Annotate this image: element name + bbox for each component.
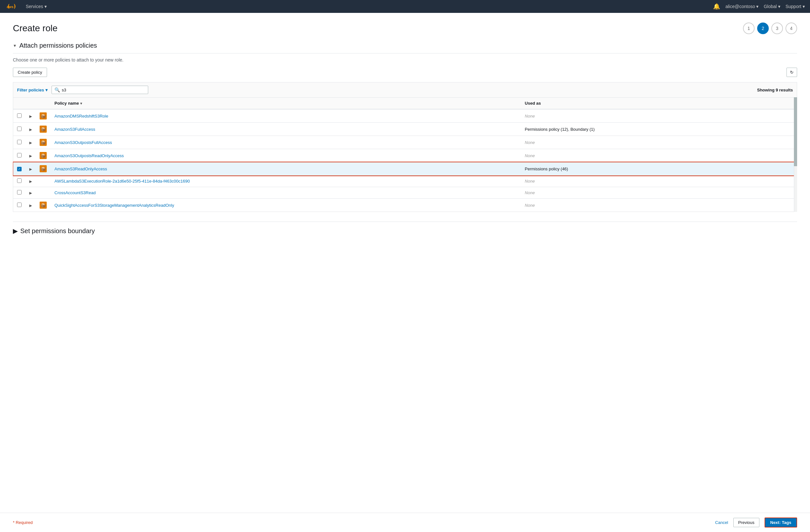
search-icon: 🔍 [54, 87, 60, 93]
policy-name-link[interactable]: AmazonS3OutpostsFullAccess [54, 140, 112, 145]
row-checkbox[interactable] [17, 153, 21, 157]
search-input[interactable] [62, 88, 145, 93]
create-policy-button[interactable]: Create policy [13, 68, 47, 77]
section1-chevron[interactable]: ▼ [13, 44, 17, 48]
expand-arrow[interactable]: ▶ [29, 154, 32, 158]
expand-arrow[interactable]: ▶ [29, 167, 32, 171]
table-row: ▶CrossAccountS3ReadNone [13, 187, 797, 199]
policy-name-link[interactable]: AWSLambdaS3ExecutionRole-2a1d6e50-25f5-4… [54, 179, 190, 184]
policy-toolbar: Filter policies ▾ 🔍 Showing 9 results [13, 82, 797, 97]
svg-text:aws: aws [7, 5, 14, 9]
used-as-none: None [521, 176, 797, 187]
set-permissions-boundary-section-header: ▶ Set permissions boundary [13, 221, 797, 239]
user-menu[interactable]: alice@contoso ▾ [725, 4, 759, 9]
expand-arrow[interactable]: ▶ [29, 179, 32, 183]
col-header-name[interactable]: Policy name ▾ [51, 98, 521, 110]
table-row: ▶📦QuickSightAccessForS3StorageManagement… [13, 199, 797, 212]
policy-icon: 📦 [39, 126, 47, 133]
used-as-value: Permissions policy (12), Boundary (1) [521, 123, 797, 136]
support-menu[interactable]: Support ▾ [785, 4, 805, 9]
search-box: 🔍 [51, 86, 148, 94]
col-header-icon [36, 98, 51, 110]
policy-table: Policy name ▾ Used as ▶📦AmazonDMSRedshif… [13, 97, 797, 212]
col-header-used: Used as [521, 98, 797, 110]
sort-arrow[interactable]: ▾ [80, 101, 82, 105]
policy-name-link[interactable]: AmazonS3ReadOnlyAccess [54, 166, 107, 171]
col-header-expand [26, 98, 36, 110]
refresh-icon: ↻ [790, 70, 794, 75]
policy-name-link[interactable]: AmazonS3OutpostsReadOnlyAccess [54, 153, 124, 158]
aws-logo[interactable]: aws [5, 2, 18, 11]
policy-icon: 📦 [39, 139, 47, 146]
notifications-bell[interactable]: 🔔 [713, 3, 720, 10]
row-checkbox[interactable] [17, 178, 21, 183]
step-1[interactable]: 1 [743, 22, 755, 34]
row-checkbox[interactable] [17, 202, 21, 207]
used-as-none: None [521, 136, 797, 149]
section1-title: Attach permissions policies [19, 42, 97, 49]
section2-chevron[interactable]: ▶ [13, 227, 18, 235]
services-menu[interactable]: Services ▾ [26, 4, 47, 9]
page-title: Create role [13, 23, 58, 33]
attach-policies-section-header: ▼ Attach permissions policies [13, 42, 797, 53]
expand-arrow[interactable]: ▶ [29, 128, 32, 131]
policy-name-link[interactable]: AmazonS3FullAccess [54, 127, 95, 132]
next-tags-button[interactable]: Next: Tags [765, 517, 797, 528]
row-checkbox-checked[interactable]: ✓ [17, 167, 21, 171]
step-4[interactable]: 4 [785, 22, 797, 34]
policy-icon: 📦 [39, 165, 47, 172]
step-2[interactable]: 2 [757, 22, 769, 34]
results-text: Showing 9 results [757, 88, 793, 93]
region-menu[interactable]: Global ▾ [764, 4, 780, 9]
required-text: * Required [13, 520, 33, 525]
policy-icon: 📦 [39, 152, 47, 159]
policy-table-wrapper: Policy name ▾ Used as ▶📦AmazonDMSRedshif… [13, 97, 797, 212]
cancel-button[interactable]: Cancel [715, 520, 728, 525]
scrollbar-track[interactable] [794, 97, 797, 212]
policy-icon: 📦 [39, 112, 47, 119]
expand-arrow[interactable]: ▶ [29, 141, 32, 145]
policy-name-link[interactable]: CrossAccountS3Read [54, 190, 96, 195]
scrollbar-thumb[interactable] [794, 97, 797, 166]
step-3[interactable]: 3 [771, 22, 783, 34]
col-header-check [13, 98, 26, 110]
used-as-none: None [521, 109, 797, 123]
refresh-button[interactable]: ↻ [787, 68, 797, 77]
table-row: ▶📦AmazonS3FullAccessPermissions policy (… [13, 123, 797, 136]
previous-button[interactable]: Previous [733, 518, 759, 527]
row-checkbox[interactable] [17, 190, 21, 195]
page-header: Create role 1 2 3 4 [13, 22, 797, 34]
required-label: Required [16, 520, 33, 525]
filter-arrow: ▾ [45, 88, 48, 93]
table-row: ▶📦AmazonS3OutpostsReadOnlyAccessNone [13, 149, 797, 162]
used-as-value: Permissions policy (46) [521, 162, 797, 176]
policy-icon: 📦 [39, 202, 47, 209]
bottom-bar: * Required Cancel Previous Next: Tags [0, 513, 810, 532]
filter-label: Filter policies [17, 88, 44, 93]
table-row: ▶📦AmazonS3OutpostsFullAccessNone [13, 136, 797, 149]
top-navigation: aws Services ▾ 🔔 alice@contoso ▾ Global … [0, 0, 810, 13]
section1-description: Choose one or more policies to attach to… [13, 57, 797, 63]
used-as-none: None [521, 187, 797, 199]
row-checkbox[interactable] [17, 113, 21, 118]
policy-name-link[interactable]: QuickSightAccessForS3StorageManagementAn… [54, 203, 174, 208]
section2-title: Set permissions boundary [20, 227, 95, 235]
used-as-none: None [521, 199, 797, 212]
expand-arrow[interactable]: ▶ [29, 203, 32, 207]
table-row: ✓▶📦AmazonS3ReadOnlyAccessPermissions pol… [13, 162, 797, 176]
main-content: Create role 1 2 3 4 ▼ Attach permissions… [0, 13, 810, 513]
steps-indicator: 1 2 3 4 [743, 22, 797, 34]
row-checkbox[interactable] [17, 140, 21, 144]
table-row: ▶AWSLambdaS3ExecutionRole-2a1d6e50-25f5-… [13, 176, 797, 187]
table-row: ▶📦AmazonDMSRedshiftS3RoleNone [13, 109, 797, 123]
row-checkbox[interactable] [17, 127, 21, 131]
policy-name-link[interactable]: AmazonDMSRedshiftS3Role [54, 114, 108, 118]
expand-arrow[interactable]: ▶ [29, 191, 32, 195]
used-as-none: None [521, 149, 797, 162]
expand-arrow[interactable]: ▶ [29, 114, 32, 118]
filter-policies-button[interactable]: Filter policies ▾ [17, 88, 48, 93]
